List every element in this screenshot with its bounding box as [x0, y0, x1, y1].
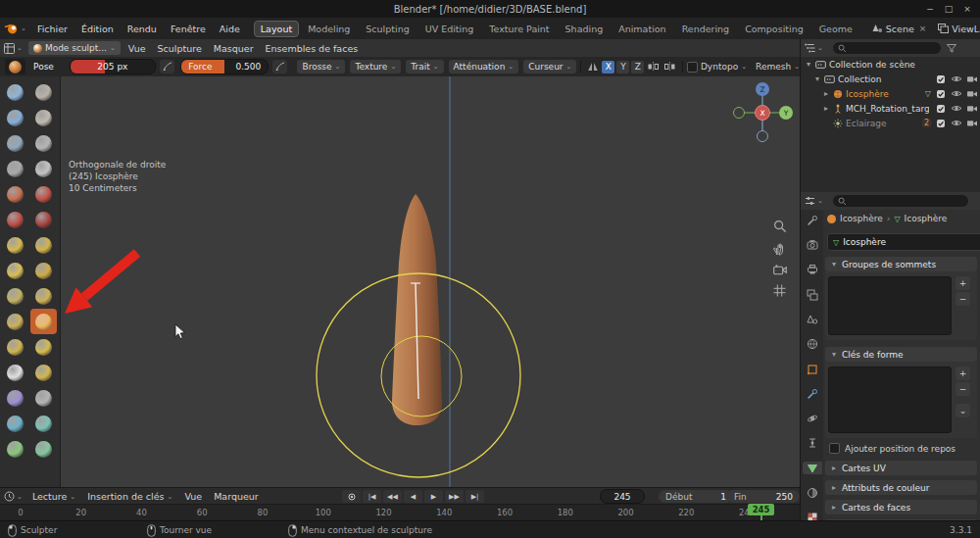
properties-tab-world[interactable]	[803, 338, 822, 351]
remove-vertex-group-button[interactable]: −	[956, 292, 970, 306]
panel-header-cartes-de-faces[interactable]: ▸Cartes de faces	[825, 500, 977, 514]
dropdown-attenuation[interactable]: Atténuation⌄	[449, 60, 519, 73]
jump-to-end-button[interactable]: ▶|	[466, 490, 484, 503]
sculpt-brush-icon[interactable]	[2, 309, 28, 334]
editor-type-button[interactable]: ⌄	[0, 43, 26, 54]
current-frame-field[interactable]: 245	[600, 489, 645, 504]
sculpt-brush-icon[interactable]	[30, 360, 57, 385]
maximize-button[interactable]: □	[941, 2, 956, 16]
sculpt-brush-icon[interactable]	[30, 232, 57, 258]
remove-shape-key-button[interactable]: −	[956, 382, 970, 396]
disclosure-icon[interactable]: ▾	[813, 74, 821, 83]
view-layer-selector[interactable]: ViewLayer ×	[938, 24, 980, 34]
panel-header-attributs-de-couleur[interactable]: ▸Attributs de couleur	[825, 480, 977, 495]
sculpt-brush-icon[interactable]	[30, 258, 57, 283]
menu-rendu[interactable]: Rendu	[121, 24, 164, 34]
symmetry-z-toggle[interactable]: Z	[631, 61, 644, 73]
radius-pressure-icon[interactable]	[160, 60, 174, 73]
workspace-tab-rendering[interactable]: Rendering	[675, 21, 737, 37]
visibility-checkbox[interactable]	[934, 119, 947, 128]
data-name-field[interactable]: ▽ Icosphère	[827, 233, 980, 251]
strength-pressure-icon[interactable]	[272, 60, 287, 73]
sculpt-brush-icon[interactable]	[30, 334, 57, 360]
workspace-tab-sculpting[interactable]: Sculpting	[359, 21, 416, 37]
dropdown-brosse[interactable]: Brosse⌄	[297, 60, 345, 73]
properties-tab-object[interactable]	[803, 363, 822, 375]
vertex-groups-list[interactable]	[828, 276, 952, 335]
sculpt-brush-icon[interactable]	[30, 436, 57, 462]
visibility-checkbox[interactable]	[935, 104, 948, 114]
sculpt-brush-icon[interactable]	[30, 411, 57, 436]
workspace-tab-compositing[interactable]: Compositing	[738, 21, 810, 37]
mirror-lock-alt-icon[interactable]	[664, 62, 675, 72]
outliner-row-icosphere[interactable]: ▸Icosphère▽	[801, 86, 980, 101]
properties-tab-physics[interactable]	[803, 413, 822, 425]
properties-tab-material[interactable]	[803, 486, 822, 499]
menu-sculpture[interactable]: Sculpture	[152, 43, 208, 54]
dyntopo-dropdown-icon[interactable]: ⌄	[741, 63, 747, 71]
properties-tab-data[interactable]	[803, 462, 822, 474]
sculpt-brush-icon[interactable]	[2, 258, 28, 283]
rest-position-checkbox[interactable]	[829, 443, 840, 454]
frame-end-field[interactable]: Fin250	[727, 490, 800, 503]
workspace-tab-shading[interactable]: Shading	[559, 21, 611, 37]
navigation-gizmo[interactable]: Z Y X	[727, 77, 798, 148]
timeline-ruler[interactable]: 020406080100120140160180200220240	[0, 504, 800, 521]
properties-tab-tool[interactable]	[803, 214, 822, 226]
workspace-tab-modeling[interactable]: Modeling	[301, 21, 357, 37]
panel-header-cartes-uv[interactable]: ▸Cartes UV	[825, 461, 977, 475]
visibility-checkbox[interactable]	[934, 89, 947, 99]
menu-marqueur[interactable]: Marqueur	[208, 491, 265, 502]
sculpt-brush-icon[interactable]	[2, 436, 28, 462]
3d-viewport[interactable]: Orthogonale de droite (245) Icosphère 10…	[0, 76, 800, 487]
sculpt-brush-icon[interactable]	[30, 79, 57, 105]
menu-fichier[interactable]: Fichier	[30, 24, 74, 34]
disable-render-camera-icon[interactable]	[965, 74, 978, 83]
disclosure-icon[interactable]: ▸	[822, 104, 830, 113]
timeline-editor-icon[interactable]: ⌄	[0, 491, 26, 502]
properties-search-input[interactable]	[833, 195, 968, 207]
breadcrumb-object[interactable]: Icosphère	[840, 214, 883, 223]
disclosure-icon[interactable]: ▸	[822, 89, 830, 98]
sculpt-brush-icon[interactable]	[2, 156, 28, 181]
panel-header-vertex-groups[interactable]: ▾ Groupes de sommets	[825, 257, 977, 271]
visibility-checkbox[interactable]	[934, 74, 947, 84]
disable-render-camera-icon[interactable]	[965, 104, 978, 113]
sculpt-brush-icon[interactable]	[30, 385, 57, 411]
menu-ensembles-de-faces[interactable]: Ensembles de faces	[260, 43, 365, 54]
hide-viewport-eye-icon[interactable]	[950, 119, 962, 127]
menu-aide[interactable]: Aide	[213, 24, 247, 34]
dyntopo-checkbox[interactable]	[687, 62, 698, 73]
radius-slider[interactable]: 205 px	[70, 59, 156, 74]
scene-unlink-icon[interactable]: ×	[917, 24, 929, 33]
sculpt-brush-icon[interactable]	[2, 360, 28, 385]
disable-render-camera-icon[interactable]	[965, 119, 978, 127]
menu-fenetre[interactable]: Fenêtre	[164, 24, 213, 34]
sculpt-brush-icon[interactable]	[30, 283, 57, 309]
menu-masquer[interactable]: Masquer	[208, 43, 260, 54]
sculpt-brush-icon[interactable]	[2, 411, 28, 436]
hide-viewport-eye-icon[interactable]	[950, 74, 962, 83]
minimize-button[interactable]: −	[922, 2, 938, 16]
brush-preview[interactable]	[5, 59, 25, 74]
panel-header-shape-keys[interactable]: ▾ Clés de forme	[825, 347, 977, 362]
pan-hand-icon[interactable]	[773, 242, 787, 256]
sculpt-brush-icon[interactable]	[2, 334, 28, 360]
playhead-frame-label[interactable]: 245	[748, 504, 774, 515]
add-vertex-group-button[interactable]: +	[956, 276, 970, 290]
sculpt-brush-icon[interactable]	[30, 156, 57, 181]
dropdown-trait[interactable]: Trait⌄	[406, 60, 443, 73]
play-button[interactable]: ▶	[424, 490, 443, 503]
outliner-row-collection-de-scene[interactable]: ▾Collection de scène	[801, 57, 980, 72]
workspace-tab-geome[interactable]: Geome	[812, 21, 859, 37]
sculpt-brush-icon[interactable]	[2, 181, 28, 207]
properties-tab-viewlayer[interactable]	[803, 288, 822, 301]
sculpt-brush-icon[interactable]	[30, 181, 57, 207]
properties-tab-modifiers[interactable]	[803, 387, 822, 400]
previous-keyframe-button[interactable]: ◀◀	[383, 490, 402, 503]
outliner-row-eclairage[interactable]: Eclairage2	[801, 116, 980, 130]
shape-key-specials-button[interactable]: ⌄	[956, 404, 970, 417]
menu-insertion-de-cles[interactable]: Insertion de clés⌄	[81, 491, 178, 502]
symmetry-y-toggle[interactable]: Y	[616, 61, 629, 73]
hide-viewport-eye-icon[interactable]	[950, 89, 962, 98]
